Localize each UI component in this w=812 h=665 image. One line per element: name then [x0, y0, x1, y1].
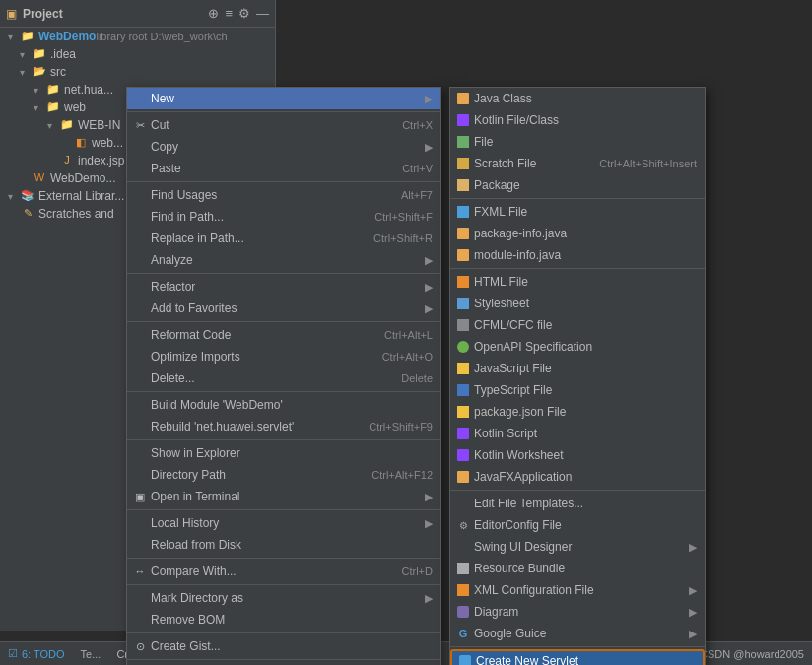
menu-item-delete[interactable]: Delete... Delete — [127, 367, 440, 389]
menu-item-find-path[interactable]: Find in Path... Ctrl+Shift+F — [127, 206, 440, 228]
submenu-item-javafx[interactable]: JavaFXApplication — [450, 466, 705, 488]
tree-label: net.hua... — [64, 83, 113, 97]
tree-suffix: library root D:\web_work\ch — [96, 31, 227, 42]
arrow-icon: ▾ — [34, 102, 45, 113]
menu-label: Open in Terminal — [151, 490, 240, 503]
menu-item-copy[interactable]: Copy ▶ — [127, 136, 440, 158]
tree-label: Scratches and — [38, 207, 114, 221]
submenu-item-html[interactable]: HTML File — [450, 271, 705, 293]
arrow-icon: ▾ — [8, 32, 20, 42]
menu-label: Paste — [151, 162, 181, 175]
external-lib-icon: 📚 — [20, 189, 35, 203]
menu-label: Add to Favorites — [151, 301, 237, 315]
menu-item-cut[interactable]: ✂ Cut Ctrl+X — [127, 114, 440, 136]
submenu-arrow-icon: ▶ — [425, 592, 433, 605]
folder-icon: 📁 — [59, 118, 75, 132]
menu-item-remove-bom[interactable]: Remove BOM — [127, 609, 440, 631]
menu-item-create-gist[interactable]: ⊙ Create Gist... — [127, 635, 440, 657]
menu-label: Reformat Code — [151, 328, 231, 342]
submenu-item-openapi[interactable]: OpenAPI Specification — [450, 336, 705, 358]
javafx-icon — [455, 469, 471, 485]
kotlin-icon — [455, 112, 471, 128]
submenu-item-kotlin-worksheet[interactable]: Kotlin Worksheet — [450, 444, 705, 466]
submenu-item-js[interactable]: JavaScript File — [450, 358, 705, 379]
tree-item-src[interactable]: ▾ 📂 src — [0, 63, 275, 81]
menu-item-reformat[interactable]: Reformat Code Ctrl+Alt+L — [127, 324, 440, 346]
tree-label: WebDemo — [38, 30, 96, 43]
submenu-item-resource-bundle[interactable]: Resource Bundle — [450, 558, 705, 579]
jsp-file-icon: J — [59, 154, 75, 167]
menu-label: Find in Path... — [151, 210, 224, 224]
submenu-label: Edit File Templates... — [474, 497, 583, 510]
menu-item-mark-dir[interactable]: Mark Directory as ▶ — [127, 587, 440, 609]
menu-item-build-module[interactable]: Build Module 'WebDemo' — [127, 394, 440, 416]
submenu-item-xml-config[interactable]: XML Configuration File ▶ — [450, 579, 705, 601]
menu-item-paste[interactable]: Paste Ctrl+V — [127, 158, 440, 179]
submenu-label: OpenAPI Specification — [474, 340, 592, 354]
menu-separator — [127, 509, 440, 510]
menu-label: Directory Path — [151, 468, 226, 482]
submenu-item-module-info[interactable]: module-info.java — [450, 244, 705, 266]
tree-item-idea[interactable]: ▾ 📁 .idea — [0, 45, 275, 63]
submenu-item-edit-templates[interactable]: Edit File Templates... — [450, 493, 705, 514]
menu-item-rebuild[interactable]: Rebuild 'net.huawei.servlet' Ctrl+Shift+… — [127, 416, 440, 437]
menu-item-reload[interactable]: Reload from Disk — [127, 534, 440, 556]
xml-file-icon: ◧ — [73, 136, 89, 150]
submenu-item-swing-ui[interactable]: Swing UI Designer ▶ — [450, 536, 705, 558]
menu-item-open-terminal[interactable]: ▣ Open in Terminal ▶ — [127, 486, 440, 507]
submenu-item-google-guice[interactable]: G Google Guice ▶ — [450, 623, 705, 644]
submenu-label: File — [474, 135, 493, 149]
submenu-item-scratch-file[interactable]: Scratch File Ctrl+Alt+Shift+Insert — [450, 153, 705, 174]
submenu-item-file[interactable]: File — [450, 131, 705, 153]
submenu-item-pkgjson[interactable]: package.json File — [450, 401, 705, 423]
menu-item-compare[interactable]: ↔ Compare With... Ctrl+D — [127, 561, 440, 582]
menu-item-show-explorer[interactable]: Show in Explorer — [127, 442, 440, 464]
ts-icon — [455, 382, 471, 398]
submenu-item-package-info[interactable]: package-info.java — [450, 223, 705, 244]
submenu-label: Stylesheet — [474, 297, 529, 310]
module-info-icon — [455, 247, 471, 263]
todo-tab[interactable]: ☑ 6: TODO — [8, 647, 65, 660]
submenu-item-editorconfig[interactable]: ⚙ EditorConfig File — [450, 514, 705, 536]
submenu-item-package[interactable]: Package — [450, 174, 705, 196]
menu-item-refactor[interactable]: Refactor ▶ — [127, 276, 440, 298]
menu-item-new[interactable]: New ▶ — [127, 88, 440, 109]
submenu-item-stylesheet[interactable]: Stylesheet — [450, 293, 705, 314]
project-folder-icon: 📁 — [20, 30, 35, 43]
scratches-icon: ✎ — [20, 207, 35, 221]
submenu-label: Google Guice — [474, 627, 546, 640]
submenu-item-fxml[interactable]: FXML File — [450, 201, 705, 223]
submenu-item-create-servlet[interactable]: Create New Servlet — [450, 649, 705, 665]
layout-icon[interactable]: ≡ — [225, 6, 233, 21]
menu-label: Show in Explorer — [151, 446, 240, 460]
submenu-arrow-icon: ▶ — [689, 606, 697, 619]
menu-item-analyze[interactable]: Analyze ▶ — [127, 249, 440, 271]
add-icon[interactable]: ⊕ — [208, 6, 219, 21]
submenu-arrow-icon: ▶ — [689, 541, 697, 554]
menu-item-add-favorites[interactable]: Add to Favorites ▶ — [127, 298, 440, 319]
shortcut-label: Ctrl+V — [382, 163, 433, 174]
tree-label: src — [50, 65, 66, 79]
project-toolbar: ▣ Project ⊕ ≡ ⚙ — — [0, 0, 275, 28]
menu-item-replace-path[interactable]: Replace in Path... Ctrl+Shift+R — [127, 228, 440, 249]
menu-item-local-history[interactable]: Local History ▶ — [127, 512, 440, 534]
tree-label: External Librar... — [38, 189, 124, 203]
minimize-icon[interactable]: — — [256, 6, 269, 21]
submenu-item-cfml[interactable]: CFML/CFC file — [450, 314, 705, 336]
menu-item-find-usages[interactable]: Find Usages Alt+F7 — [127, 184, 440, 206]
submenu-separator — [450, 490, 705, 491]
menu-item-optimize[interactable]: Optimize Imports Ctrl+Alt+O — [127, 346, 440, 367]
menu-label: Mark Directory as — [151, 591, 243, 605]
menu-label: Delete... — [151, 371, 195, 385]
settings-icon[interactable]: ⚙ — [238, 6, 250, 21]
tree-item-webdemo[interactable]: ▾ 📁 WebDemo library root D:\web_work\ch — [0, 28, 275, 45]
submenu-item-kotlin-file[interactable]: Kotlin File/Class — [450, 109, 705, 131]
submenu-separator — [450, 268, 705, 269]
submenu-item-kotlin-script[interactable]: Kotlin Script — [450, 423, 705, 444]
menu-item-directory-path[interactable]: Directory Path Ctrl+Alt+F12 — [127, 464, 440, 486]
submenu-item-ts[interactable]: TypeScript File — [450, 379, 705, 401]
submenu-label: module-info.java — [474, 248, 561, 262]
terminal-tab[interactable]: Te... — [81, 648, 102, 660]
submenu-item-java-class[interactable]: Java Class — [450, 88, 705, 109]
submenu-item-diagram[interactable]: Diagram ▶ — [450, 601, 705, 623]
